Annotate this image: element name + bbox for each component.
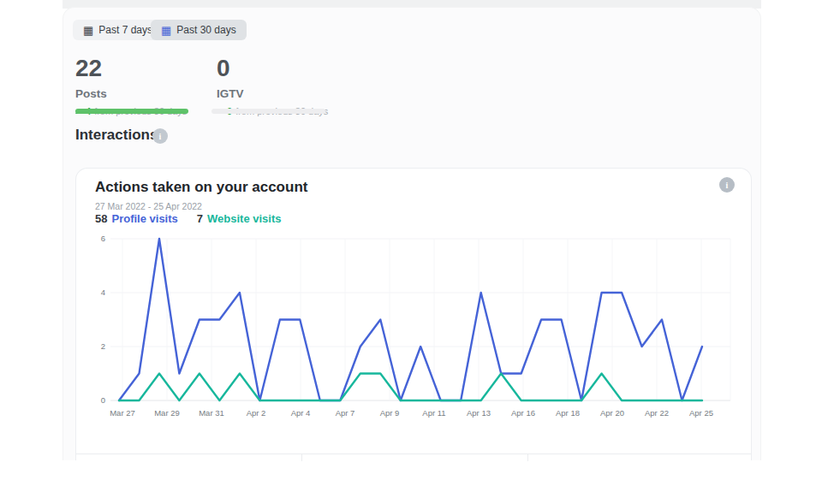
card-footer-divider bbox=[76, 454, 751, 454]
posts-count: 22 bbox=[75, 56, 187, 80]
card-info-icon[interactable]: i bbox=[719, 177, 735, 193]
svg-text:Apr 9: Apr 9 bbox=[380, 408, 400, 418]
profile-visits-label: Profile visits bbox=[111, 212, 177, 225]
interactions-section-title: Interactions bbox=[75, 127, 158, 144]
profile-visits-count: 58 bbox=[95, 212, 107, 225]
interactions-info-icon[interactable]: i bbox=[152, 128, 168, 144]
calendar-icon: ▦ bbox=[83, 25, 93, 36]
svg-text:4: 4 bbox=[101, 288, 105, 297]
igtv-count: 0 bbox=[217, 56, 328, 80]
website-visits-count: 7 bbox=[197, 212, 203, 225]
svg-text:Apr 22: Apr 22 bbox=[645, 408, 669, 418]
chart-svg: 0246Mar 27Mar 29Mar 31Apr 2Apr 4Apr 7Apr… bbox=[86, 228, 742, 424]
igtv-progress-bar bbox=[211, 109, 325, 114]
page: ▦ Past 7 days ▦ Past 30 days 22 Posts 4 … bbox=[0, 0, 816, 504]
legend-website-visits: 7 Website visits bbox=[197, 212, 282, 225]
igtv-label: IGTV bbox=[217, 87, 328, 100]
posts-label: Posts bbox=[75, 87, 187, 100]
svg-text:Apr 4: Apr 4 bbox=[291, 408, 311, 418]
svg-text:6: 6 bbox=[101, 234, 105, 243]
legend-profile-visits: 58 Profile visits bbox=[95, 212, 178, 225]
card-title: Actions taken on your account bbox=[95, 179, 307, 196]
footer-column-separator bbox=[527, 454, 528, 461]
chart-legend: 58 Profile visits 7 Website visits bbox=[95, 212, 281, 225]
svg-text:Apr 16: Apr 16 bbox=[511, 408, 535, 418]
interactions-line-chart: 0246Mar 27Mar 29Mar 31Apr 2Apr 4Apr 7Apr… bbox=[86, 228, 742, 424]
svg-text:2: 2 bbox=[101, 341, 105, 351]
svg-text:Apr 11: Apr 11 bbox=[422, 408, 445, 418]
past-30-days-label: Past 30 days bbox=[176, 24, 235, 36]
igtv-stat: 0 IGTV 0 from previous 30 days bbox=[217, 56, 328, 116]
past-30-days-button[interactable]: ▦ Past 30 days bbox=[151, 20, 247, 40]
past-7-days-button[interactable]: ▦ Past 7 days bbox=[73, 20, 163, 40]
actions-card: Actions taken on your account i 27 Mar 2… bbox=[75, 168, 752, 460]
posts-stat: 22 Posts 4 from previous 30 days bbox=[75, 56, 187, 116]
svg-text:Mar 29: Mar 29 bbox=[154, 408, 180, 418]
website-visits-label: Website visits bbox=[207, 212, 281, 225]
svg-text:Apr 18: Apr 18 bbox=[556, 408, 580, 418]
svg-text:Apr 20: Apr 20 bbox=[600, 408, 624, 418]
posts-progress-bar bbox=[75, 109, 188, 114]
svg-text:Mar 27: Mar 27 bbox=[110, 408, 135, 418]
svg-text:Mar 31: Mar 31 bbox=[199, 408, 224, 418]
date-range: 27 Mar 2022 - 25 Apr 2022 bbox=[95, 201, 202, 211]
svg-text:Apr 7: Apr 7 bbox=[336, 408, 355, 418]
svg-text:Apr 25: Apr 25 bbox=[689, 408, 713, 418]
svg-text:Apr 2: Apr 2 bbox=[247, 408, 266, 418]
footer-column-separator bbox=[301, 454, 302, 461]
calendar-icon: ▦ bbox=[161, 25, 171, 36]
past-7-days-label: Past 7 days bbox=[98, 24, 152, 36]
svg-text:Apr 13: Apr 13 bbox=[467, 408, 491, 418]
svg-text:0: 0 bbox=[101, 395, 105, 405]
